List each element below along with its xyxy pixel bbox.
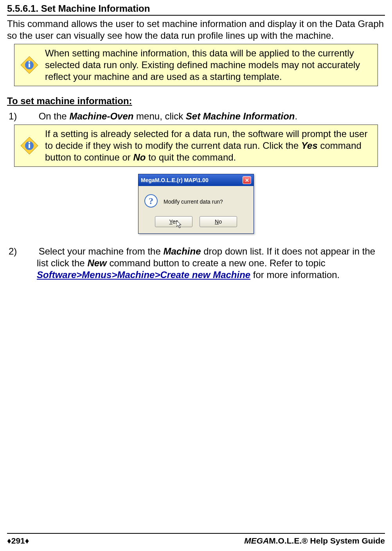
- note-text-2: If a setting is already selected for a d…: [45, 128, 374, 163]
- page-number: ♦291♦: [7, 536, 29, 546]
- svg-rect-7: [29, 142, 30, 143]
- note-box-1: When setting machine information, this d…: [14, 44, 378, 86]
- step-1: 1) On the Machine-Oven menu, click Set M…: [7, 110, 385, 122]
- step-1-menu-name: Machine-Oven: [69, 111, 133, 121]
- dialog-button-row: Yes No: [138, 213, 254, 233]
- question-icon: ?: [144, 194, 158, 209]
- svg-text:?: ?: [149, 196, 153, 206]
- step-2-text-c: command button to create a new one. Refe…: [107, 258, 325, 268]
- guide-title-rest: M.O.L.E.® Help System Guide: [269, 536, 385, 545]
- intro-paragraph: This command allows the user to set mach…: [7, 18, 385, 42]
- procedure-heading: To set machine information:: [7, 96, 385, 107]
- note2-yes: Yes: [301, 140, 318, 151]
- step-2-text-d: for more information.: [250, 269, 340, 280]
- step-2-text-a: Select your machine from the: [39, 246, 164, 257]
- note2-no: No: [133, 152, 146, 163]
- step-1-text-b: menu, click: [133, 111, 185, 121]
- close-button[interactable]: ✕: [243, 176, 251, 184]
- yes-button[interactable]: Yes: [155, 216, 192, 227]
- dialog-message: Modify current data run?: [164, 199, 223, 205]
- svg-rect-6: [29, 144, 30, 148]
- step-1-number: 1): [23, 110, 36, 122]
- no-button[interactable]: No: [200, 216, 237, 227]
- topic-link[interactable]: Software>Menus>Machine>Create new Machin…: [37, 269, 250, 280]
- step-1-command: Set Machine Information: [186, 111, 295, 121]
- step-1-text-a: On the: [39, 111, 70, 121]
- no-button-label: No: [215, 219, 222, 225]
- svg-rect-3: [29, 61, 30, 63]
- page-footer: ♦291♦ MEGAM.O.L.E.® Help System Guide: [7, 533, 385, 546]
- step-2-new: New: [87, 258, 106, 268]
- step-2: 2) Select your machine from the Machine …: [7, 246, 385, 281]
- info-icon: [18, 56, 40, 74]
- note-text-1: When setting machine information, this d…: [45, 47, 374, 83]
- note2-c: to quit the command.: [146, 152, 236, 163]
- dialog-titlebar: MegaM.O.L.E.(r) MAP\1.00 ✕: [138, 174, 254, 186]
- dialog-title: MegaM.O.L.E.(r) MAP\1.00: [141, 177, 209, 183]
- section-heading: 5.5.6.1. Set Machine Information: [7, 3, 385, 16]
- guide-title-italic: MEGA: [244, 536, 269, 545]
- guide-title: MEGAM.O.L.E.® Help System Guide: [244, 536, 385, 546]
- note-box-2: If a setting is already selected for a d…: [14, 125, 378, 167]
- dialog-screenshot: MegaM.O.L.E.(r) MAP\1.00 ✕ ? Modify curr…: [7, 174, 385, 234]
- dialog-body: ? Modify current data run?: [138, 186, 254, 213]
- info-icon: [18, 136, 40, 155]
- modify-dialog: MegaM.O.L.E.(r) MAP\1.00 ✕ ? Modify curr…: [138, 174, 254, 234]
- cursor-icon: [176, 220, 183, 229]
- svg-rect-2: [29, 63, 30, 67]
- step-2-number: 2): [23, 246, 36, 257]
- close-icon: ✕: [245, 178, 249, 183]
- step-1-text-c: .: [295, 111, 298, 121]
- step-2-machine: Machine: [163, 246, 201, 257]
